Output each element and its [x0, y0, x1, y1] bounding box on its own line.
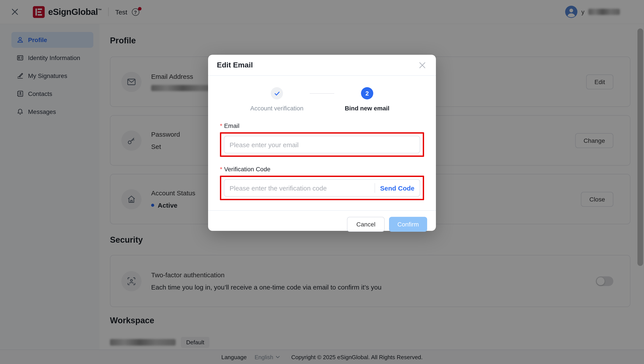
email-field-label: * Email [220, 122, 424, 129]
verification-code-field-label: * Verification Code [220, 166, 424, 172]
modal-header: Edit Email [208, 55, 436, 76]
modal-close-icon[interactable] [418, 60, 427, 70]
annotation-box-email [220, 132, 424, 157]
check-icon [274, 90, 280, 96]
step-label: Bind new email [345, 105, 390, 112]
step-done-circle [271, 87, 283, 100]
step-number-circle: 2 [361, 87, 373, 100]
modal-footer: Cancel Confirm [208, 210, 436, 238]
required-asterisk: * [220, 122, 222, 129]
input-divider [374, 183, 375, 193]
cancel-button[interactable]: Cancel [347, 217, 385, 232]
step-connector [310, 93, 334, 94]
confirm-button[interactable]: Confirm [389, 217, 427, 232]
send-code-button[interactable]: Send Code [380, 184, 414, 192]
step-label: Account verification [250, 105, 304, 112]
annotation-box-verification-code: Send Code [220, 176, 424, 200]
email-input[interactable] [230, 141, 414, 148]
step-account-verification: Account verification [244, 87, 310, 112]
app-root: eSignGlobal™ Test ? y Profile [0, 0, 644, 364]
verification-code-input[interactable] [230, 184, 369, 192]
modal-form: * Email * Verification Code Send Code [208, 122, 436, 200]
required-asterisk: * [220, 166, 222, 172]
edit-email-modal: Edit Email Account verification 2 Bind n… [208, 55, 436, 231]
stepper: Account verification 2 Bind new email [208, 87, 436, 112]
step-bind-new-email: 2 Bind new email [334, 87, 400, 112]
modal-title: Edit Email [217, 61, 253, 70]
